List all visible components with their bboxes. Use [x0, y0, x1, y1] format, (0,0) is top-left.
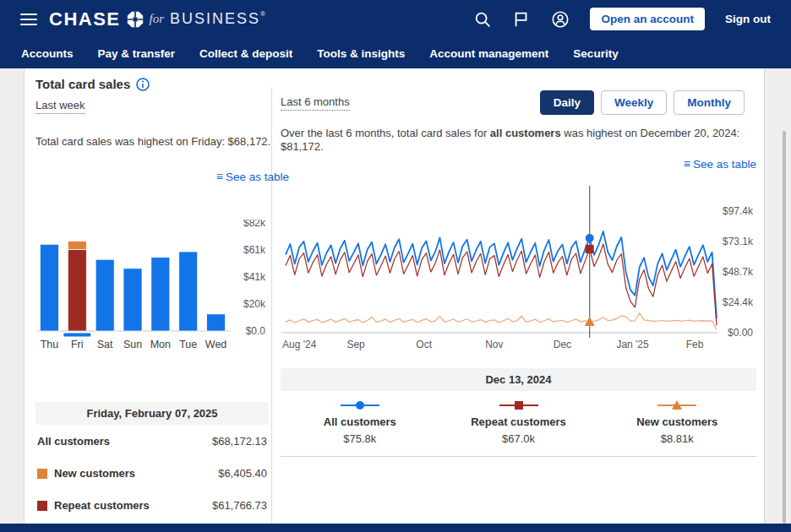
left-summary-text: Total card sales was highest on Friday: …	[35, 135, 289, 149]
svg-text:Oct: Oct	[416, 339, 432, 350]
sign-out-link[interactable]: Sign out	[725, 13, 771, 25]
legend-label: New customers	[636, 415, 717, 428]
svg-text:Sun: Sun	[123, 339, 142, 350]
cursor-marker-all	[586, 234, 594, 242]
row-label: All customers	[37, 435, 110, 448]
granularity-monthly-button[interactable]: Monthly	[674, 90, 745, 115]
svg-text:$61k: $61k	[243, 244, 266, 256]
granularity-buttons: DailyWeeklyMonthly	[540, 90, 745, 115]
table-row: New customers$6,405.40	[35, 457, 269, 489]
svg-text:Fri: Fri	[71, 339, 84, 350]
brand-business-text: BUSINESS®	[170, 10, 267, 28]
svg-text:Tue: Tue	[179, 339, 197, 350]
legend-item-repeat-customers: Repeat customers$67.0k	[439, 399, 598, 445]
hamburger-menu-icon[interactable]	[20, 14, 37, 25]
chart-cursor-date: Dec 13, 2024	[281, 368, 756, 391]
cursor-marker-repeat	[586, 245, 594, 253]
svg-text:Sep: Sep	[346, 339, 365, 350]
legend-label: Repeat customers	[471, 415, 566, 428]
legend-value: $8.81k	[661, 432, 694, 445]
brand-chase-text: CHASE	[49, 8, 121, 30]
legend-item-new-customers: New customers$8.81k	[597, 399, 756, 445]
svg-text:$48.7k: $48.7k	[723, 266, 754, 278]
row-value: $6,405.40	[218, 467, 267, 480]
row-value: $61,766.73	[212, 499, 267, 512]
svg-text:$24.4k: $24.4k	[723, 296, 754, 308]
svg-text:Jan '25: Jan '25	[616, 339, 649, 350]
info-icon[interactable]	[136, 78, 150, 91]
svg-text:$73.1k: $73.1k	[723, 236, 754, 247]
svg-text:Aug '24: Aug '24	[282, 339, 317, 350]
legend-value: $67.0k	[502, 432, 535, 445]
see-as-table-link-right[interactable]: ≡See as table	[684, 158, 756, 171]
table-row: Repeat customers$61,766.73	[35, 489, 269, 521]
header-actions: Open an account Sign out	[473, 8, 771, 30]
chase-for-business-logo[interactable]: CHASE for BUSINESS®	[49, 8, 267, 30]
svg-text:Thu: Thu	[41, 339, 59, 350]
nav-item-tools-insights[interactable]: Tools & insights	[317, 47, 405, 60]
svg-text:Feb: Feb	[686, 339, 704, 350]
row-label: New customers	[54, 467, 135, 480]
weekly-bar-chart[interactable]: $0.0$20k$41k$61k$82kThuFriSatSunMonTueWe…	[35, 220, 269, 356]
range-label-last-week[interactable]: Last week	[35, 99, 85, 114]
range-label-last-6-months[interactable]: Last 6 months	[281, 95, 350, 111]
day-breakdown-table: Friday, February 07, 2025 All customers$…	[35, 402, 269, 521]
circle-marker-icon	[341, 399, 379, 411]
chart-legend: All customers$75.8kRepeat customers$67.0…	[281, 399, 756, 445]
nav-item-account-management[interactable]: Account management	[429, 47, 548, 60]
svg-text:$41k: $41k	[243, 271, 266, 283]
svg-text:$97.4k: $97.4k	[723, 205, 754, 217]
row-value: $68,172.13	[212, 435, 267, 448]
page-scrollbar[interactable]	[783, 131, 786, 524]
square-marker-icon	[499, 399, 538, 411]
flag-icon[interactable]	[512, 10, 531, 29]
right-summary-text: Over the last 6 months, total card sales…	[281, 127, 756, 154]
chase-octagon-icon	[127, 11, 144, 28]
breakdown-date-header: Friday, February 07, 2025	[35, 402, 269, 425]
row-label: Repeat customers	[54, 499, 150, 512]
primary-nav: AccountsPay & transferCollect & depositT…	[0, 38, 791, 68]
legend-value: $75.8k	[343, 432, 376, 445]
granularity-weekly-button[interactable]: Weekly	[601, 90, 667, 115]
last-six-months-section: Last 6 months DailyWeeklyMonthly Over th…	[281, 90, 756, 457]
svg-text:$0.00: $0.00	[728, 327, 753, 339]
svg-text:$0.0: $0.0	[246, 325, 266, 337]
brand-for-text: for	[150, 12, 165, 26]
legend-item-all-customers: All customers$75.8k	[281, 399, 439, 445]
search-icon[interactable]	[473, 10, 492, 29]
svg-text:$82k: $82k	[243, 220, 266, 229]
svg-text:Nov: Nov	[485, 339, 503, 350]
svg-text:$20k: $20k	[243, 298, 266, 310]
svg-text:Dec: Dec	[554, 339, 571, 350]
triangle-marker-icon	[657, 399, 696, 411]
day-breakdown-rows: All customers$68,172.13New customers$6,4…	[35, 425, 269, 521]
see-as-table-link-left[interactable]: ≡See as table	[216, 171, 289, 183]
last-week-section: Total card sales Last week Total card sa…	[35, 77, 289, 521]
header-utility-row: CHASE for BUSINESS® Open an account Sign…	[0, 0, 791, 38]
legend-divider	[281, 456, 756, 457]
svg-text:Wed: Wed	[205, 339, 227, 350]
nav-item-collect-deposit[interactable]: Collect & deposit	[199, 47, 292, 60]
top-header: CHASE for BUSINESS® Open an account Sign…	[0, 0, 791, 68]
svg-text:Mon: Mon	[150, 339, 171, 350]
nav-item-accounts[interactable]: Accounts	[21, 47, 74, 60]
legend-swatch	[37, 469, 47, 479]
six-month-line-chart[interactable]: $0.00$24.4k$48.7k$73.1k$97.4kAug '24SepO…	[281, 181, 756, 354]
legend-swatch	[37, 501, 47, 511]
svg-text:Sat: Sat	[97, 339, 113, 350]
nav-item-security[interactable]: Security	[573, 47, 618, 60]
granularity-daily-button[interactable]: Daily	[540, 90, 594, 115]
total-card-sales-panel: Total card sales Last week Total card sa…	[24, 68, 765, 524]
page-title: Total card sales	[35, 77, 130, 91]
legend-label: All customers	[324, 415, 396, 428]
nav-item-pay-transfer[interactable]: Pay & transfer	[98, 47, 176, 60]
list-icon: ≡	[216, 170, 223, 183]
list-icon: ≡	[684, 157, 690, 171]
table-row: All customers$68,172.13	[35, 425, 269, 457]
profile-icon[interactable]	[551, 10, 570, 29]
footer-edge	[0, 524, 791, 532]
open-account-button[interactable]: Open an account	[590, 8, 705, 30]
